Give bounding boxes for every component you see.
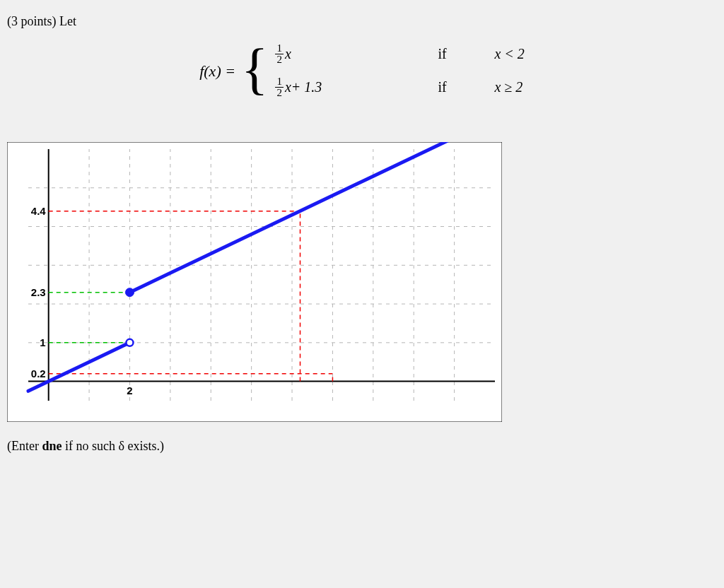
enter-dne-hint: (Enter dne if no such δ exists.) xyxy=(7,439,717,454)
points-label: (3 points) Let xyxy=(7,14,717,29)
piecewise-equation: f(x) = { 1 2 x if x < 2 1 xyxy=(7,43,717,100)
svg-point-25 xyxy=(126,339,133,346)
svg-text:1: 1 xyxy=(40,336,45,348)
equation-lhs: f(x) = xyxy=(199,43,235,100)
piecewise-graph: 0.212.34.42 xyxy=(7,142,502,422)
svg-text:2: 2 xyxy=(127,384,132,396)
brace-left: { xyxy=(241,40,268,97)
case-2: 1 2 x + 1.3 if x ≥ 2 xyxy=(275,76,524,98)
svg-text:2.3: 2.3 xyxy=(31,286,46,298)
svg-text:0.2: 0.2 xyxy=(31,368,46,380)
graph-container: 0.212.34.42 xyxy=(7,142,717,422)
svg-rect-0 xyxy=(7,142,502,422)
case-1: 1 2 x if x < 2 xyxy=(275,43,524,65)
svg-text:4.4: 4.4 xyxy=(31,205,47,217)
svg-point-27 xyxy=(125,288,134,297)
